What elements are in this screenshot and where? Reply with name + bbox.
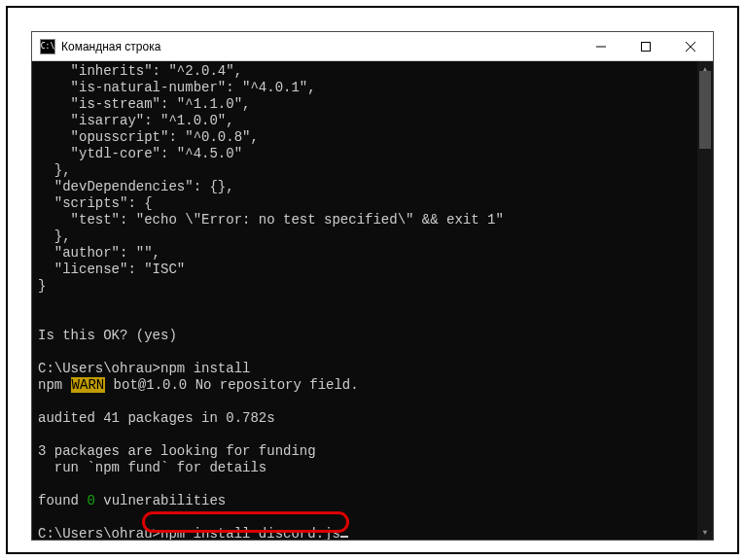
app-icon: C:\: [40, 39, 55, 54]
json-line: },: [38, 228, 71, 244]
close-button[interactable]: [668, 32, 713, 60]
npm-warn-message: bot@1.0.0 No repository field.: [105, 377, 358, 393]
terminal-body[interactable]: "inherits": "^2.0.4", "is-natural-number…: [32, 61, 713, 540]
vertical-scrollbar[interactable]: ▲ ▼: [697, 61, 713, 540]
found-suffix: vulnerabilities: [95, 493, 226, 508]
funding-line-1: 3 packages are looking for funding: [38, 443, 316, 459]
json-line: },: [38, 162, 71, 178]
warn-badge: WARN: [71, 377, 106, 393]
window-controls: [579, 32, 713, 60]
terminal-output: "inherits": "^2.0.4", "is-natural-number…: [32, 61, 697, 540]
text-cursor: [340, 536, 348, 538]
json-line: "isarray": "^1.0.0",: [38, 113, 234, 128]
found-prefix: found: [38, 493, 87, 508]
vuln-count: 0: [87, 493, 94, 508]
json-line: "test": "echo \"Error: no test specified…: [38, 212, 504, 228]
json-line: "devDependencies": {},: [38, 179, 234, 194]
confirm-prompt: Is this OK? (yes): [38, 328, 177, 343]
json-line: "inherits": "^2.0.4",: [38, 63, 242, 79]
titlebar[interactable]: C:\ Командная строка: [32, 32, 713, 61]
npm-install-prompt: C:\Users\ohrau>npm install: [38, 361, 250, 376]
json-line: "license": "ISC": [38, 262, 185, 277]
json-line: "is-stream": "^1.1.0",: [38, 96, 250, 112]
scrollbar-thumb[interactable]: [699, 71, 711, 149]
json-line: }: [38, 278, 46, 294]
npm-warn-prefix: npm: [38, 377, 71, 393]
json-line: "scripts": {: [38, 195, 153, 211]
window-title: Командная строка: [61, 40, 579, 53]
json-line: "opusscript": "^0.0.8",: [38, 129, 259, 145]
json-line: "ytdl-core": "^4.5.0": [38, 146, 242, 161]
scrollbar-down-arrow[interactable]: ▼: [697, 524, 713, 540]
maximize-button[interactable]: [623, 32, 668, 60]
minimize-button[interactable]: [579, 32, 623, 60]
funding-line-2: run `npm fund` for details: [38, 460, 266, 475]
current-command[interactable]: npm install discord.js: [160, 526, 340, 540]
json-line: "author": "",: [38, 245, 160, 261]
svg-rect-1: [642, 42, 651, 51]
command-prompt-window: C:\ Командная строка "inherits": "^2.0.4…: [31, 31, 714, 541]
json-line: "is-natural-number": "^4.0.1",: [38, 80, 316, 95]
current-prompt: C:\Users\ohrau>: [38, 526, 160, 540]
audit-line: audited 41 packages in 0.782s: [38, 410, 275, 426]
